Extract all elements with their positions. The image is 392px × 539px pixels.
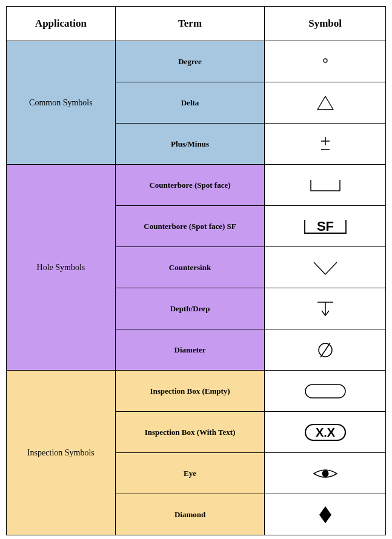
symbol-cell: [265, 288, 386, 329]
header-row: Application Term Symbol: [7, 7, 386, 41]
application-cell: Hole Symbols: [7, 165, 116, 371]
counterbore-sf-icon: SF: [301, 216, 350, 237]
header-symbol: Symbol: [265, 7, 386, 41]
symbol-cell: [265, 124, 386, 165]
svg-line-9: [321, 343, 330, 357]
term-cell: Degree: [115, 41, 265, 82]
table-row: Inspection SymbolsInspection Box (Empty): [7, 371, 386, 412]
depth-icon: [315, 299, 336, 319]
table-row: Common SymbolsDegree: [7, 41, 386, 82]
eye-icon: [311, 465, 339, 482]
term-cell: Depth/Deep: [115, 288, 265, 329]
symbol-cell: [265, 165, 386, 206]
table-row: Hole SymbolsCounterbore (Spot face): [7, 165, 386, 206]
term-cell: Delta: [115, 82, 265, 124]
svg-point-13: [322, 470, 328, 477]
application-cell: Common Symbols: [7, 41, 116, 165]
svg-point-0: [324, 59, 327, 62]
application-cell: Inspection Symbols: [7, 371, 116, 535]
diameter-icon: [315, 340, 336, 360]
inspection-box-text-icon: X.X: [303, 423, 348, 442]
term-cell: Plus/Minus: [115, 124, 265, 165]
header-term: Term: [115, 7, 265, 41]
symbol-cell: X.X: [265, 412, 386, 453]
inspection-box-empty-icon: [303, 382, 348, 400]
countersink-icon: [310, 259, 341, 277]
symbol-cell: [265, 453, 386, 494]
diamond-icon: [317, 504, 334, 525]
term-cell: Inspection Box (Empty): [115, 371, 265, 412]
plus-minus-icon: [318, 135, 333, 153]
header-application: Application: [7, 7, 116, 41]
delta-icon: [314, 94, 336, 112]
svg-rect-10: [305, 385, 345, 398]
term-cell: Counterbore (Spot face): [115, 165, 265, 206]
svg-text:X.X: X.X: [316, 426, 336, 439]
term-cell: Diameter: [115, 329, 265, 371]
symbol-cell: [265, 82, 386, 124]
term-cell: Eye: [115, 453, 265, 494]
symbol-cell: [265, 329, 386, 371]
term-cell: Counterbore (Spot face) SF: [115, 206, 265, 247]
symbol-cell: [265, 247, 386, 288]
degree-icon: [319, 56, 331, 68]
svg-marker-14: [319, 506, 331, 523]
term-cell: Countersink: [115, 247, 265, 288]
symbol-cell: [265, 41, 386, 82]
counterbore-icon: [306, 176, 345, 194]
term-cell: Diamond: [115, 494, 265, 535]
symbol-cell: [265, 494, 386, 535]
term-cell: Inspection Box (With Text): [115, 412, 265, 453]
svg-text:SF: SF: [317, 219, 334, 234]
symbol-cell: SF: [265, 206, 386, 247]
symbol-cell: [265, 371, 386, 412]
svg-marker-1: [317, 96, 333, 110]
symbols-table: Application Term Symbol Common SymbolsDe…: [6, 6, 386, 535]
